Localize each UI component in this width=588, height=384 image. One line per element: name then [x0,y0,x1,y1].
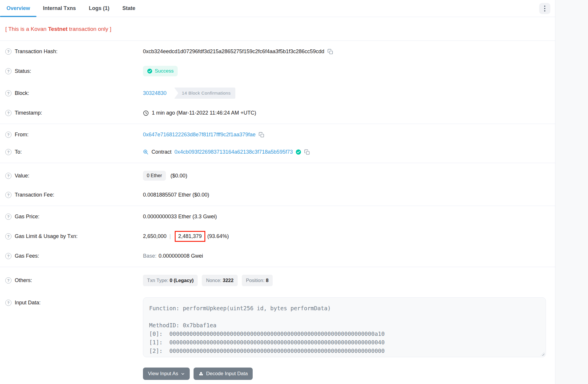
gas-fees-base-value: 0.000000008 Gwei [159,253,203,259]
gas-used-value: 2,481,379 [178,233,202,239]
row-gas-limit-usage: ? Gas Limit & Usage by Txn: 2,650,000 | … [0,225,555,247]
help-icon[interactable]: ? [5,233,11,239]
gas-price-value: 0.0000000033 Ether (3.3 Gwei) [143,214,217,220]
row-transaction-fee: ? Transaction Fee: 0.0081885507 Ether ($… [0,186,555,204]
testnet-warning-section: [ This is a Kovan Testnet transaction on… [0,17,555,41]
input-data-code: Function: performUpkeep(uint256 id, byte… [149,304,540,355]
row-input-data: ? Input Data: Function: performUpkeep(ui… [0,292,555,363]
row-transaction-hash: ? Transaction Hash: 0xcb324eedcd1d07296f… [0,43,555,60]
copy-icon [327,49,333,55]
from-address-link[interactable]: 0x647e7168122263d8e7f81f17fff9c2f1aa379f… [143,132,256,138]
section-addresses: ? From: 0x647e7168122263d8e7f81f17fff9c2… [0,124,555,163]
status-value: Success [155,68,174,74]
help-icon[interactable]: ? [5,48,11,55]
input-data-actions: View Input As Decode Input Data [0,363,555,380]
to-contract-word: Contract [151,149,171,155]
help-icon[interactable]: ? [5,300,11,306]
magnifier-plus-icon[interactable] [143,149,149,155]
row-to: ? To: Contract 0x4cb093f226983713164a621… [0,143,555,161]
input-data-label: Input Data: [15,300,41,306]
kebab-menu-icon [544,6,545,7]
status-label: Status: [15,68,31,74]
help-icon[interactable]: ? [5,149,11,155]
others-label: Others: [15,277,32,284]
help-icon[interactable]: ? [5,192,11,198]
copy-from-address-button[interactable] [259,132,264,138]
help-icon[interactable]: ? [5,90,11,96]
from-label: From: [15,132,29,138]
value-label: Value: [15,173,29,179]
row-status: ? Status: Success [0,60,555,82]
tab-bar: Overview Internal Txns Logs (1) State [0,0,555,17]
gas-fees-label: Gas Fees: [15,253,39,259]
value-usd: ($0.00) [171,173,187,179]
section-value-fee: ? Value: 0 Ether ($0.00) ? Transaction F… [0,163,555,206]
transaction-hash-label: Transaction Hash: [15,48,57,55]
gas-limit-value: 2,650,000 [143,233,166,239]
more-options-button[interactable] [539,3,550,14]
section-others-input: ? Others: Txn Type: 0 (Legacy) Nonce: 32… [0,267,555,384]
block-label: Block: [15,90,29,96]
tab-internal-txns[interactable]: Internal Txns [36,0,82,17]
copy-to-address-button[interactable] [304,149,310,155]
nonce-badge: Nonce: 3222 [202,275,238,286]
status-badge: Success [143,66,178,76]
pipe-separator: | [169,233,171,239]
section-overview-top: ? Transaction Hash: 0xcb324eedcd1d07296f… [0,41,555,124]
ether-value-badge: 0 Ether [143,171,166,181]
copy-txhash-button[interactable] [327,49,333,55]
help-icon[interactable]: ? [5,110,11,116]
gas-used-percent: (93.64%) [207,233,229,239]
transaction-details-card: Overview Internal Txns Logs (1) State [ … [0,0,555,384]
transaction-fee-label: Transaction Fee: [15,192,54,198]
timestamp-value: 1 min ago (Mar-11-2022 11:46:24 AM +UTC) [152,110,256,116]
help-icon[interactable]: ? [5,132,11,138]
transaction-fee-value: 0.0081885507 Ether ($0.00) [143,192,209,198]
check-circle-icon [147,68,152,74]
row-gas-price: ? Gas Price: 0.0000000033 Ether (3.3 Gwe… [0,208,555,225]
row-timestamp: ? Timestamp: 1 min ago (Mar-11-2022 11:4… [0,104,555,122]
block-confirmations-badge: 14 Block Confirmations [174,88,235,99]
to-label: To: [15,149,22,155]
bottom-divider-space [0,380,555,384]
gas-fees-base-label: Base: [143,253,156,259]
row-gas-fees: ? Gas Fees: Base: 0.000000008 Gwei [0,247,555,265]
copy-icon [259,132,264,138]
txn-type-badge: Txn Type: 0 (Legacy) [143,275,198,286]
copy-icon [304,149,310,155]
section-gas: ? Gas Price: 0.0000000033 Ether (3.3 Gwe… [0,206,555,267]
decode-icon [199,371,204,376]
help-icon[interactable]: ? [5,173,11,179]
help-icon[interactable]: ? [5,253,11,259]
tab-overview[interactable]: Overview [0,0,36,17]
verified-check-icon [296,149,301,155]
row-value: ? Value: 0 Ether ($0.00) [0,165,555,186]
chevron-down-icon [181,372,185,376]
tab-logs[interactable]: Logs (1) [82,0,116,17]
to-address-link[interactable]: 0x4cb093f226983713164a62138c3f718a5b595f… [174,149,293,155]
row-from: ? From: 0x647e7168122263d8e7f81f17fff9c2… [0,126,555,143]
row-block: ? Block: 30324830 14 Block Confirmations [0,82,555,104]
help-icon[interactable]: ? [5,214,11,220]
position-badge: Position: 8 [242,275,273,286]
help-icon[interactable]: ? [5,68,11,74]
clock-icon [143,110,149,116]
resize-handle[interactable] [541,352,544,356]
view-input-as-button[interactable]: View Input As [143,368,190,380]
tab-list: Overview Internal Txns Logs (1) State [0,0,142,17]
tab-state[interactable]: State [116,0,142,17]
row-others: ? Others: Txn Type: 0 (Legacy) Nonce: 32… [0,269,555,292]
decode-input-data-button[interactable]: Decode Input Data [194,368,253,380]
timestamp-label: Timestamp: [15,110,42,116]
gas-price-label: Gas Price: [15,214,39,220]
gas-used-annotation-box: 2,481,379 [175,231,205,242]
gas-limit-label: Gas Limit & Usage by Txn: [15,233,78,239]
input-data-textarea[interactable]: Function: performUpkeep(uint256 id, byte… [143,297,546,357]
help-icon[interactable]: ? [5,277,11,284]
testnet-warning: [ This is a Kovan Testnet transaction on… [5,26,550,32]
block-number-link[interactable]: 30324830 [143,90,166,96]
transaction-hash-value: 0xcb324eedcd1d07296fdf3d215a2865275f159c… [143,48,324,55]
